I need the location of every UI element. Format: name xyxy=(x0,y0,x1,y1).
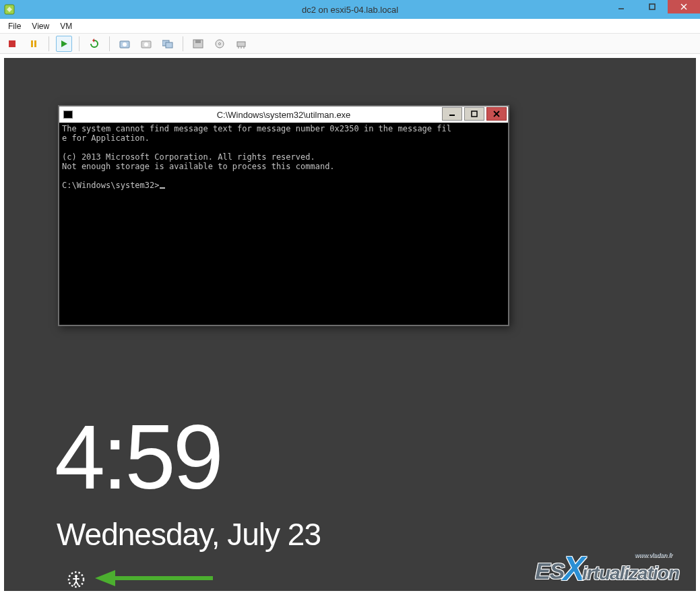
window-controls xyxy=(606,0,700,13)
vsphere-console-window: dc2 on esxi5-04.lab.local File View VM xyxy=(0,0,700,595)
toolbar-separator xyxy=(49,36,49,51)
cmd-titlebar[interactable]: C:\Windows\system32\utilman.exe xyxy=(59,106,508,123)
play-button[interactable] xyxy=(56,36,72,52)
svg-rect-15 xyxy=(166,42,172,48)
cmd-close-button[interactable] xyxy=(486,107,507,121)
menubar: File View VM xyxy=(0,19,700,34)
watermark-es: ES xyxy=(535,558,564,584)
ease-of-access-icon[interactable] xyxy=(67,570,86,589)
lock-time: 4:59 xyxy=(55,412,221,503)
toolbar-separator xyxy=(109,36,110,51)
menu-view[interactable]: View xyxy=(28,20,53,32)
svg-rect-5 xyxy=(9,40,15,47)
cmd-window[interactable]: C:\Windows\system32\utilman.exe The sy xyxy=(58,105,509,326)
cmd-line: (c) 2013 Microsoft Corporation. All righ… xyxy=(62,152,315,162)
cmd-line: e for Application. xyxy=(62,133,150,143)
svg-rect-17 xyxy=(195,40,201,43)
cmd-title: C:\Windows\system32\utilman.exe xyxy=(59,110,508,120)
menu-vm[interactable]: VM xyxy=(56,20,76,32)
cmd-maximize-button[interactable] xyxy=(464,107,484,121)
titlebar: dc2 on esxi5-04.lab.local xyxy=(0,0,700,19)
svg-point-13 xyxy=(144,42,148,46)
cmd-icon xyxy=(63,111,73,119)
power-off-button[interactable] xyxy=(4,36,20,52)
cursor xyxy=(160,187,165,189)
window-title: dc2 on esxi5-04.lab.local xyxy=(0,5,700,15)
cmd-minimize-button[interactable] xyxy=(442,107,462,121)
reset-button[interactable] xyxy=(86,36,102,52)
cd-button[interactable] xyxy=(212,36,228,52)
toolbar-separator xyxy=(183,36,183,51)
minimize-button[interactable] xyxy=(606,0,637,13)
maximize-button[interactable] xyxy=(637,0,668,13)
cmd-prompt: C:\Windows\system32> xyxy=(62,181,160,190)
vm-screen[interactable]: C:\Windows\system32\utilman.exe The sy xyxy=(4,58,696,591)
svg-point-19 xyxy=(219,42,221,44)
suspend-button[interactable] xyxy=(26,36,42,52)
app-icon xyxy=(4,4,15,15)
svg-rect-20 xyxy=(237,42,245,46)
network-button[interactable] xyxy=(233,36,249,52)
toolbar-separator xyxy=(79,36,79,51)
svg-marker-31 xyxy=(95,570,115,586)
cmd-window-controls xyxy=(442,107,507,121)
cmd-body[interactable]: The system cannot find message text for … xyxy=(59,123,508,325)
close-button[interactable] xyxy=(668,0,700,13)
content-area: C:\Windows\system32\utilman.exe The sy xyxy=(0,54,700,595)
svg-point-11 xyxy=(123,42,127,46)
svg-rect-25 xyxy=(472,111,477,117)
snapshot-button[interactable] xyxy=(117,36,133,52)
lock-date: Wednesday, July 23 xyxy=(57,516,321,553)
svg-rect-2 xyxy=(649,4,655,9)
arrow-annotation xyxy=(95,567,216,591)
cmd-line: Not enough storage is available to proce… xyxy=(62,162,335,171)
snapshot-manager-button[interactable] xyxy=(160,36,176,52)
toolbar xyxy=(0,34,700,54)
floppy-button[interactable] xyxy=(190,36,206,52)
watermark-text: irtualization xyxy=(582,563,679,584)
svg-rect-6 xyxy=(31,40,33,47)
watermark: ES X irtualization xyxy=(535,549,679,584)
svg-marker-9 xyxy=(92,38,94,42)
svg-marker-8 xyxy=(61,40,67,47)
svg-rect-7 xyxy=(34,40,36,47)
snapshot-revert-button[interactable] xyxy=(138,36,154,52)
menu-file[interactable]: File xyxy=(4,20,25,32)
cmd-line: The system cannot find message text for … xyxy=(62,124,451,133)
